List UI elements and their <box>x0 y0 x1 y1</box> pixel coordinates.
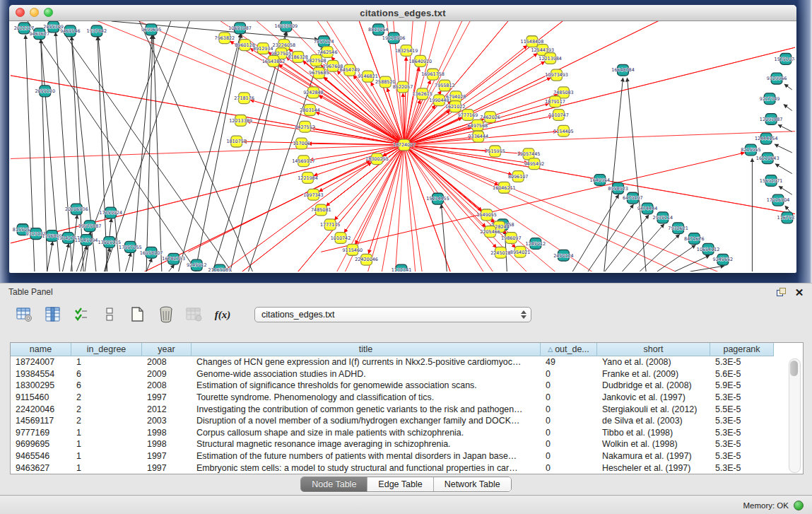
table-settings-icon[interactable] <box>16 305 34 324</box>
table-row[interactable]: 946554611997Estimation of the future num… <box>11 450 803 462</box>
cell-out_de[interactable]: 0 <box>541 380 597 392</box>
cell-title[interactable]: Changes of HCN gene expression and I(f) … <box>192 356 541 368</box>
cell-pagerank[interactable]: 5.3E-5 <box>710 356 774 368</box>
table-row[interactable]: 911546021997Tourette syndrome. Phenomeno… <box>11 392 803 404</box>
cell-short[interactable]: Stergiakouli et al. (2012) <box>597 403 710 415</box>
cell-pagerank[interactable]: 5.3E-5 <box>710 462 774 474</box>
tab-node-table[interactable]: Node Table <box>301 477 367 491</box>
cell-title[interactable]: Genome-wide association studies in ADHD. <box>192 368 541 380</box>
cell-in_degree[interactable]: 6 <box>71 368 142 380</box>
cell-year[interactable]: 2008 <box>142 356 192 368</box>
cell-year[interactable]: 2012 <box>142 403 192 415</box>
table-row[interactable]: 1830029562008Estimation of significance … <box>11 380 803 392</box>
cell-short[interactable]: Jankovic et al. (1997) <box>597 392 710 404</box>
cell-in_degree[interactable]: 1 <box>71 427 142 439</box>
cell-name[interactable]: 14569117 <box>11 415 71 427</box>
table-select-combo[interactable]: citations_edges.txt <box>254 307 531 322</box>
cell-short[interactable]: Yano et al. (2008) <box>597 356 710 368</box>
cell-pagerank[interactable]: 5.5E-5 <box>710 403 774 415</box>
new-table-icon[interactable] <box>129 305 147 324</box>
cell-name[interactable]: 9699695 <box>11 438 71 450</box>
cell-name[interactable]: 22420046 <box>11 403 71 415</box>
cell-pagerank[interactable]: 5.9E-5 <box>710 380 774 392</box>
column-header-name[interactable]: name <box>11 343 71 356</box>
cell-title[interactable]: Structural magnetic resonance image aver… <box>192 438 541 450</box>
cell-year[interactable]: 1997 <box>142 392 192 404</box>
cell-out_de[interactable]: 0 <box>541 368 597 380</box>
minimize-window-button[interactable] <box>30 8 39 17</box>
cell-in_degree[interactable]: 1 <box>71 356 142 368</box>
cell-pagerank[interactable]: 5.3E-5 <box>710 392 774 404</box>
cell-pagerank[interactable]: 5.3E-5 <box>710 415 774 427</box>
cell-short[interactable]: Hescheler et al. (1997) <box>597 462 710 474</box>
column-header-title[interactable]: title <box>192 343 541 356</box>
show-columns-icon[interactable] <box>44 305 62 324</box>
zoom-window-button[interactable] <box>44 8 53 17</box>
cell-name[interactable]: 18724007 <box>11 356 71 368</box>
cell-name[interactable]: 9777169 <box>11 427 71 439</box>
row-height-icon[interactable] <box>100 305 119 324</box>
cell-out_de[interactable]: 0 <box>541 415 597 427</box>
cell-out_de[interactable]: 0 <box>541 438 597 450</box>
close-window-button[interactable] <box>16 8 25 17</box>
table-row[interactable]: 1456911722003Disruption of a novel membe… <box>11 415 803 427</box>
table-row[interactable]: 2242004622012Investigating the contribut… <box>11 403 803 415</box>
cell-in_degree[interactable]: 2 <box>71 392 142 404</box>
table-row[interactable]: 1872400712008Changes of HCN gene express… <box>11 356 803 368</box>
cell-title[interactable]: Tourette syndrome. Phenomenology and cla… <box>192 392 541 404</box>
cell-pagerank[interactable]: 5.6E-5 <box>710 368 774 380</box>
cell-short[interactable]: Tibbo et al. (1998) <box>597 427 710 439</box>
cell-year[interactable]: 2008 <box>142 380 192 392</box>
cell-out_de[interactable]: 0 <box>541 392 597 404</box>
tab-edge-table[interactable]: Edge Table <box>367 477 433 491</box>
cell-out_de[interactable]: 0 <box>541 403 597 415</box>
function-builder-icon[interactable]: f(x) <box>213 305 232 324</box>
column-header-in_degree[interactable]: in_degree <box>71 343 142 356</box>
cell-short[interactable]: Nakamura et al. (1997) <box>597 450 710 462</box>
cell-title[interactable]: Embryonic stem cells: a model to study s… <box>192 462 541 474</box>
table-row[interactable]: 946362711997Embryonic stem cells: a mode… <box>11 462 803 474</box>
cell-out_de[interactable]: 0 <box>541 450 597 462</box>
cell-short[interactable]: de Silva et al. (2003) <box>597 415 710 427</box>
citation-network-graph[interactable]: 1872400720223179463627205530994655461937… <box>11 21 795 271</box>
table-row[interactable]: 977716911998Corpus callosum shape and si… <box>11 427 803 439</box>
cell-short[interactable]: Franke et al. (2009) <box>597 368 710 380</box>
cell-out_de[interactable]: 0 <box>541 462 597 474</box>
float-panel-button[interactable] <box>775 286 787 298</box>
column-header-out_de[interactable]: △out_de... <box>541 343 597 356</box>
cell-title[interactable]: Disruption of a novel member of a sodium… <box>192 415 541 427</box>
cell-in_degree[interactable]: 2 <box>71 403 142 415</box>
cell-name[interactable]: 9463627 <box>11 462 71 474</box>
table-row[interactable]: 1938455462009Genome-wide association stu… <box>11 368 803 380</box>
cell-in_degree[interactable]: 2 <box>71 415 142 427</box>
cell-name[interactable]: 9115460 <box>11 392 71 404</box>
network-canvas[interactable]: 1872400720223179463627205530994655461937… <box>11 21 795 271</box>
window-titlebar[interactable]: citations_edges.txt <box>9 5 796 21</box>
cell-pagerank[interactable]: 5.3E-5 <box>710 427 774 439</box>
cell-year[interactable]: 1997 <box>142 462 192 474</box>
cell-year[interactable]: 2009 <box>142 368 192 380</box>
column-header-short[interactable]: short <box>597 343 710 356</box>
cell-in_degree[interactable]: 6 <box>71 380 142 392</box>
memory-ok-indicator[interactable] <box>794 501 804 510</box>
network-view-window[interactable]: citations_edges.txt 18724007202231794636… <box>9 5 796 273</box>
cell-year[interactable]: 1997 <box>142 450 192 462</box>
cell-out_de[interactable]: 49 <box>541 356 597 368</box>
cell-name[interactable]: 18300295 <box>11 380 71 392</box>
column-header-pagerank[interactable]: pagerank <box>710 343 774 356</box>
cell-year[interactable]: 2003 <box>142 415 192 427</box>
select-all-icon[interactable] <box>72 305 90 324</box>
cell-year[interactable]: 1998 <box>142 438 192 450</box>
cell-in_degree[interactable]: 1 <box>71 438 142 450</box>
delete-rows-icon[interactable] <box>157 305 175 324</box>
cell-name[interactable]: 19384554 <box>11 368 71 380</box>
cell-short[interactable]: Dudbridge et al. (2008) <box>597 380 710 392</box>
table-row[interactable]: 969969511998Structural magnetic resonanc… <box>11 438 803 450</box>
cell-pagerank[interactable]: 5.3E-5 <box>710 438 774 450</box>
tab-network-table[interactable]: Network Table <box>434 477 511 491</box>
cell-title[interactable]: Corpus callosum shape and size in male p… <box>192 427 541 439</box>
cell-out_de[interactable]: 0 <box>541 427 597 439</box>
table-vertical-scrollbar[interactable] <box>789 358 801 473</box>
cell-year[interactable]: 1998 <box>142 427 192 439</box>
scrollbar-thumb[interactable] <box>790 361 798 376</box>
